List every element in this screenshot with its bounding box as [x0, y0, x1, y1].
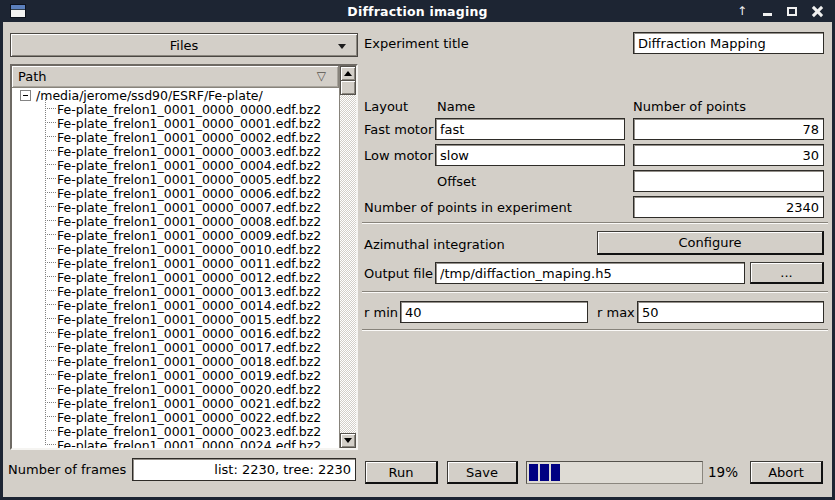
tree-scrollbar[interactable] — [339, 66, 356, 448]
browse-button[interactable]: ... — [750, 262, 824, 284]
configure-button[interactable]: Configure — [597, 231, 824, 255]
tree-item[interactable]: Fe-plate_frelon1_0001_0000_0013.edf.bz2 — [12, 284, 339, 298]
tree-item[interactable]: Fe-plate_frelon1_0001_0000_0017.edf.bz2 — [12, 340, 339, 354]
tree-branch-line — [45, 360, 56, 362]
scrollbar-track[interactable] — [340, 95, 356, 433]
tree-item-label: Fe-plate_frelon1_0001_0000_0006.edf.bz2 — [57, 186, 321, 201]
separator — [362, 222, 828, 224]
tree-item[interactable]: Fe-plate_frelon1_0001_0000_0022.edf.bz2 — [12, 410, 339, 424]
maximize-button[interactable] — [784, 3, 800, 19]
tree-item[interactable]: Fe-plate_frelon1_0001_0000_0014.edf.bz2 — [12, 298, 339, 312]
tree-branch-line — [45, 346, 56, 348]
r-max-field[interactable] — [637, 301, 824, 323]
tree-item[interactable]: Fe-plate_frelon1_0001_0000_0003.edf.bz2 — [12, 144, 339, 158]
number-of-frames-field[interactable] — [132, 458, 356, 481]
tree-branch-line — [45, 318, 56, 320]
tree-root-item[interactable]: /media/jerome/ssd90/ESRF/Fe-plate/ — [12, 88, 339, 102]
tree-item[interactable]: Fe-plate_frelon1_0001_0000_0024.edf.bz2 — [12, 438, 339, 448]
tree-branch-line — [45, 416, 56, 418]
tree-item-label: Fe-plate_frelon1_0001_0000_0013.edf.bz2 — [57, 284, 321, 299]
close-button[interactable] — [809, 3, 825, 19]
files-dropdown[interactable]: Files — [10, 33, 358, 57]
tree-item[interactable]: Fe-plate_frelon1_0001_0000_0021.edf.bz2 — [12, 396, 339, 410]
maximize-icon — [787, 7, 797, 16]
tree-item[interactable]: Fe-plate_frelon1_0001_0000_0006.edf.bz2 — [12, 186, 339, 200]
tree-item-label: Fe-plate_frelon1_0001_0000_0024.edf.bz2 — [57, 438, 321, 449]
tree-branch-line — [45, 332, 56, 334]
tree-branch-line — [45, 388, 56, 390]
output-file-field[interactable] — [435, 262, 745, 284]
app-window: Diffraction imaging ↑ Files Path ▽ — [0, 0, 835, 500]
tree-item[interactable]: Fe-plate_frelon1_0001_0000_0001.edf.bz2 — [12, 116, 339, 130]
tree-item[interactable]: Fe-plate_frelon1_0001_0000_0010.edf.bz2 — [12, 242, 339, 256]
low-motor-name-field[interactable] — [435, 144, 625, 166]
tree-item[interactable]: Fe-plate_frelon1_0001_0000_0009.edf.bz2 — [12, 228, 339, 242]
tree-item[interactable]: Fe-plate_frelon1_0001_0000_0019.edf.bz2 — [12, 368, 339, 382]
tree-item-label: Fe-plate_frelon1_0001_0000_0017.edf.bz2 — [57, 340, 321, 355]
configure-button-label: Configure — [678, 235, 741, 250]
azimuthal-integration-label: Azimuthal integration — [364, 237, 505, 252]
r-min-label: r min — [364, 305, 398, 320]
scrollbar-thumb[interactable] — [340, 81, 356, 95]
tree-item[interactable]: Fe-plate_frelon1_0001_0000_0012.edf.bz2 — [12, 270, 339, 284]
run-button-label: Run — [389, 465, 414, 480]
tree-item[interactable]: Fe-plate_frelon1_0001_0000_0020.edf.bz2 — [12, 382, 339, 396]
tree-branch-line — [45, 262, 56, 264]
abort-button[interactable]: Abort — [750, 461, 823, 484]
offset-field[interactable] — [633, 170, 824, 192]
tree-branch-line — [45, 178, 56, 180]
save-button[interactable]: Save — [447, 461, 518, 484]
number-of-frames-label: Number of frames — [8, 462, 126, 477]
fast-motor-label: Fast motor — [364, 122, 433, 137]
fast-motor-name-field[interactable] — [435, 118, 625, 140]
save-button-label: Save — [466, 465, 498, 480]
tree-branch-line — [45, 374, 56, 376]
close-icon — [812, 6, 823, 17]
collapse-expander-icon[interactable] — [20, 90, 31, 101]
tree-item-label: Fe-plate_frelon1_0001_0000_0020.edf.bz2 — [57, 382, 321, 397]
output-file-label: Output file — [364, 266, 433, 281]
tree-branch-line — [45, 206, 56, 208]
window-title: Diffraction imaging — [0, 4, 835, 19]
tree-item[interactable]: Fe-plate_frelon1_0001_0000_0011.edf.bz2 — [12, 256, 339, 270]
tree-item-label: Fe-plate_frelon1_0001_0000_0010.edf.bz2 — [57, 242, 321, 257]
chevron-down-icon — [338, 44, 346, 49]
minimize-button[interactable] — [759, 3, 775, 19]
tree-item[interactable]: Fe-plate_frelon1_0001_0000_0000.edf.bz2 — [12, 102, 339, 116]
fast-motor-points-field[interactable] — [633, 118, 824, 140]
tree-branch-line — [45, 290, 56, 292]
r-min-field[interactable] — [400, 301, 588, 323]
tree-branch-line — [45, 402, 56, 404]
total-points-field[interactable] — [633, 196, 824, 218]
number-of-points-header: Number of points — [633, 99, 746, 114]
progress-block — [529, 464, 538, 481]
tree-item[interactable]: Fe-plate_frelon1_0001_0000_0018.edf.bz2 — [12, 354, 339, 368]
sort-triangle-icon: ▽ — [317, 69, 326, 83]
tree-item[interactable]: Fe-plate_frelon1_0001_0000_0002.edf.bz2 — [12, 130, 339, 144]
tree-item[interactable]: Fe-plate_frelon1_0001_0000_0005.edf.bz2 — [12, 172, 339, 186]
tree-item[interactable]: Fe-plate_frelon1_0001_0000_0007.edf.bz2 — [12, 200, 339, 214]
tree-branch-line — [45, 108, 56, 110]
offset-label: Offset — [437, 174, 476, 189]
tree-item-label: Fe-plate_frelon1_0001_0000_0003.edf.bz2 — [57, 144, 321, 159]
run-button[interactable]: Run — [365, 461, 438, 484]
name-header: Name — [437, 99, 475, 114]
shade-button[interactable]: ↑ — [734, 3, 750, 19]
low-motor-points-field[interactable] — [633, 144, 824, 166]
tree-item[interactable]: Fe-plate_frelon1_0001_0000_0004.edf.bz2 — [12, 158, 339, 172]
path-column-header[interactable]: Path ▽ — [12, 66, 339, 88]
tree-branch-line — [45, 122, 56, 124]
scroll-down-button[interactable] — [340, 433, 356, 448]
tree-item[interactable]: Fe-plate_frelon1_0001_0000_0016.edf.bz2 — [12, 326, 339, 340]
tree-item[interactable]: Fe-plate_frelon1_0001_0000_0008.edf.bz2 — [12, 214, 339, 228]
tree-item[interactable]: Fe-plate_frelon1_0001_0000_0023.edf.bz2 — [12, 424, 339, 438]
abort-button-label: Abort — [768, 465, 804, 480]
separator — [362, 291, 828, 293]
tree-branch-line — [45, 234, 56, 236]
window-controls: ↑ — [734, 0, 825, 22]
tree-item[interactable]: Fe-plate_frelon1_0001_0000_0015.edf.bz2 — [12, 312, 339, 326]
scroll-up-button[interactable] — [340, 66, 356, 81]
tree-item-label: Fe-plate_frelon1_0001_0000_0012.edf.bz2 — [57, 270, 321, 285]
minimize-icon — [763, 13, 772, 16]
experiment-title-field[interactable] — [633, 32, 824, 54]
